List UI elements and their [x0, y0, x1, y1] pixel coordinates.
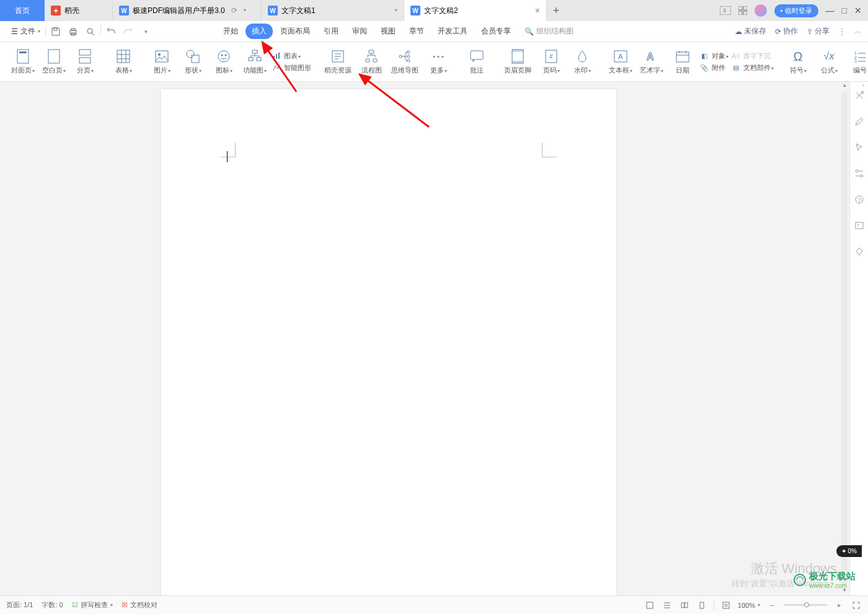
document-page[interactable] — [161, 89, 616, 595]
app-mode-icon[interactable]: 3 — [720, 6, 731, 15]
login-button[interactable]: • 临时登录 — [774, 4, 818, 17]
docer-resource-button[interactable]: 稻壳资源 — [321, 45, 355, 79]
chart-button[interactable]: 图表 — [272, 51, 311, 61]
margin-corner-tr — [542, 143, 557, 157]
document-canvas[interactable] — [0, 82, 849, 595]
help-panel-button[interactable]: ? — [853, 193, 866, 206]
zoom-in-button[interactable]: + — [833, 600, 844, 611]
page-indicator[interactable]: 页面: 1/1 — [6, 600, 33, 610]
scroll-up-button[interactable]: ▴ — [839, 82, 849, 90]
tab-developer[interactable]: 开发工具 — [432, 24, 474, 39]
tab-review[interactable]: 审阅 — [346, 24, 373, 39]
scroll-down-button[interactable]: ▾ — [839, 587, 849, 595]
tab-member[interactable]: 会员专享 — [475, 24, 517, 39]
more-button[interactable]: • • •更多 — [424, 45, 453, 79]
print-preview-button[interactable] — [83, 24, 98, 39]
undo-button[interactable] — [104, 24, 118, 39]
vertical-scrollbar[interactable]: ▴ ▾ — [839, 82, 849, 595]
image-panel-button[interactable] — [853, 219, 866, 232]
tab-doc2-label: 文字文稿2 — [424, 6, 458, 16]
zoom-out-button[interactable]: − — [766, 600, 777, 611]
blank-page-button[interactable]: 空白页 — [40, 45, 68, 79]
smart-shape-icon — [272, 63, 281, 72]
collab-button[interactable]: ⟳协作 — [775, 26, 798, 37]
watermark-button[interactable]: 水印 — [568, 45, 596, 79]
mindmap-button[interactable]: 思维导图 — [388, 45, 422, 79]
icon-button[interactable]: 图标 — [210, 45, 238, 79]
settings-panel-button[interactable] — [853, 167, 866, 180]
smart-shape-button[interactable]: 智能图形 — [272, 63, 311, 72]
add-tab-button[interactable]: + — [547, 0, 565, 21]
tab-home[interactable]: 首页 — [0, 0, 45, 21]
tab-docker[interactable]: ✦ 稻壳 — [45, 0, 113, 21]
cover-page-button[interactable]: 封面页 — [9, 45, 37, 79]
header-footer-button[interactable]: 页眉页脚 — [501, 45, 534, 79]
collapse-ribbon-button[interactable]: ︿ — [854, 26, 862, 37]
icon-lib-icon — [216, 48, 232, 64]
tab-references[interactable]: 引用 — [317, 24, 345, 39]
scroll-track[interactable] — [841, 92, 848, 585]
word-count[interactable]: 字数: 0 — [42, 600, 63, 610]
view-web-button[interactable] — [696, 600, 707, 611]
spell-check-toggle[interactable]: ☑拼写检查▾ — [72, 600, 113, 610]
equation-button[interactable]: √x公式 — [815, 45, 843, 79]
edit-panel-button[interactable] — [853, 115, 866, 128]
picture-button[interactable]: 图片 — [148, 45, 176, 79]
search-org-chart[interactable]: 🔍 组织结构图 — [518, 24, 580, 39]
tab-insert[interactable]: 插入 — [246, 24, 273, 39]
print-button[interactable] — [66, 24, 81, 39]
unsaved-indicator[interactable]: ☁未保存 — [735, 26, 766, 37]
view-outline-button[interactable] — [662, 600, 673, 611]
dropcap-button[interactable]: A≡首字下沉 — [731, 51, 774, 61]
redo-button[interactable] — [121, 24, 136, 39]
maximize-button[interactable]: □ — [842, 6, 847, 15]
textbox-button[interactable]: A文本框 — [606, 45, 635, 79]
flowchart-button[interactable]: 流程图 — [357, 45, 386, 79]
smartart-button[interactable]: 功能图 — [241, 45, 269, 79]
fullscreen-button[interactable] — [851, 600, 862, 611]
avatar[interactable] — [755, 4, 767, 17]
tab-view[interactable]: 视图 — [374, 24, 402, 39]
page-break-button[interactable]: 分页 — [71, 45, 99, 79]
view-page-button[interactable] — [644, 600, 655, 611]
zoom-level[interactable]: 100%▾ — [738, 602, 760, 609]
tab-doc2[interactable]: W 文字文稿2 × — [404, 0, 547, 21]
symbol-button[interactable]: Ω符号 — [784, 45, 812, 79]
tab-sections[interactable]: 章节 — [403, 24, 430, 39]
docpart-button[interactable]: ▤文档部件 — [731, 63, 774, 72]
wordart-icon: A — [644, 48, 660, 64]
panel-collapse-button[interactable]: ‹ — [862, 82, 864, 89]
tab-page-layout[interactable]: 页面布局 — [274, 24, 316, 39]
qat-customize-button[interactable]: ▾ — [138, 24, 153, 39]
comment-button[interactable]: 批注 — [463, 45, 491, 79]
select-panel-button[interactable] — [853, 141, 866, 154]
zoom-slider[interactable] — [784, 604, 827, 606]
tab-pdf-manual[interactable]: W 极速PDF编辑器用户手册3.0 ⟳ • — [113, 0, 262, 21]
numbering-button[interactable]: 123编号 — [846, 45, 868, 79]
attachment-button[interactable]: 📎附件 — [699, 63, 728, 72]
date-button[interactable]: 日期 — [668, 45, 697, 79]
tab-doc1[interactable]: W 文字文稿1 • — [262, 0, 404, 21]
minimize-button[interactable]: — — [826, 6, 835, 15]
table-button[interactable]: 表格 — [109, 45, 138, 79]
close-window-button[interactable]: ✕ — [854, 6, 862, 15]
share-button[interactable]: ⇪分享 — [807, 26, 830, 37]
style-panel-button[interactable] — [853, 89, 866, 102]
close-tab-icon[interactable]: × — [523, 6, 540, 15]
page-number-button[interactable]: #页码 — [537, 45, 565, 79]
wordart-button[interactable]: A艺术字 — [637, 45, 666, 79]
save-button[interactable] — [48, 24, 63, 39]
view-read-button[interactable] — [679, 600, 690, 611]
tab-start[interactable]: 开始 — [217, 24, 244, 39]
file-menu-button[interactable]: ☰ 文件 ▾ — [6, 24, 45, 39]
shape-button[interactable]: 形状 — [179, 45, 207, 79]
fit-page-button[interactable] — [720, 600, 732, 611]
proofread-button[interactable]: ☒文档校对 — [122, 600, 157, 610]
more-menu-button[interactable]: ⋮ — [838, 27, 846, 36]
svg-rect-40 — [512, 50, 523, 52]
diamond-panel-button[interactable] — [853, 245, 866, 258]
svg-rect-17 — [156, 51, 168, 62]
progress-pill[interactable]: ✦ 0% — [836, 545, 862, 557]
apps-icon[interactable] — [738, 6, 747, 15]
object-button[interactable]: ◧对象 — [699, 51, 728, 61]
